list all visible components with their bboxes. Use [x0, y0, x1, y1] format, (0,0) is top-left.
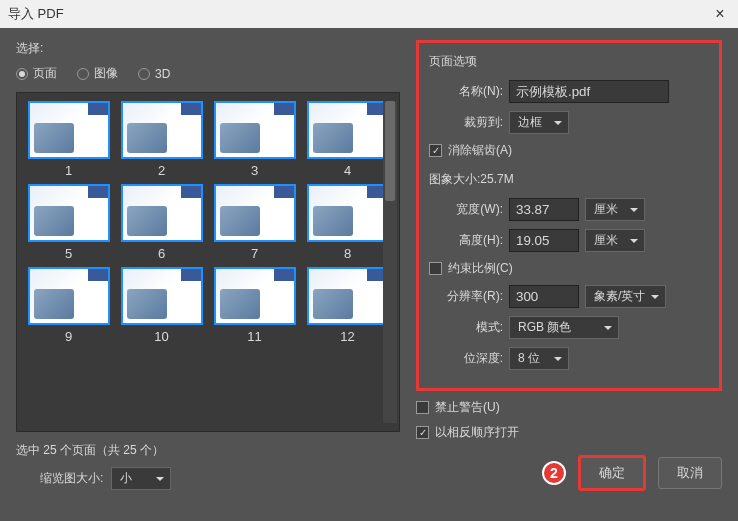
mode-value: RGB 颜色: [518, 320, 571, 334]
thumbnail-item[interactable]: 7: [211, 184, 298, 261]
mode-dropdown[interactable]: RGB 颜色: [509, 316, 619, 339]
thumbnail: [214, 101, 296, 159]
reverse-label: 以相反顺序打开: [435, 424, 519, 441]
constrain-label: 约束比例(C): [448, 260, 513, 277]
select-label: 选择:: [16, 40, 400, 57]
thumbnail-number: 10: [154, 329, 168, 344]
height-unit-dropdown[interactable]: 厘米: [585, 229, 645, 252]
thumbnail: [28, 101, 110, 159]
antialias-checkbox[interactable]: [429, 144, 442, 157]
thumbnail-item[interactable]: 11: [211, 267, 298, 344]
thumbnail: [214, 184, 296, 242]
radio-icon: [138, 68, 150, 80]
radio-3d[interactable]: 3D: [138, 65, 170, 82]
page-options-title: 页面选项: [429, 53, 709, 70]
resolution-input[interactable]: [509, 285, 579, 308]
thumbnail: [214, 267, 296, 325]
left-panel: 选择: 页面 图像 3D 123456789101112 选中 25 个页面（共…: [0, 28, 400, 521]
thumbnail: [28, 267, 110, 325]
page-options-box: 页面选项 名称(N): 裁剪到: 边框 消除锯齿(A) 图象大小:25.7M 宽…: [416, 40, 722, 391]
thumbnail-item[interactable]: 6: [118, 184, 205, 261]
ok-button[interactable]: 确定: [578, 455, 646, 491]
radio-group: 页面 图像 3D: [16, 65, 400, 82]
image-size-title: 图象大小:25.7M: [429, 171, 709, 188]
thumbnail-number: 12: [340, 329, 354, 344]
thumbnail-number: 7: [251, 246, 258, 261]
height-label: 高度(H):: [429, 232, 503, 249]
thumb-size-label: 缩览图大小:: [40, 470, 103, 487]
selection-count: 选中 25 个页面（共 25 个）: [16, 442, 400, 459]
suppress-label: 禁止警告(U): [435, 399, 500, 416]
thumbnail-number: 9: [65, 329, 72, 344]
resolution-label: 分辨率(R):: [429, 288, 503, 305]
radio-page-label: 页面: [33, 65, 57, 82]
reverse-checkbox[interactable]: [416, 426, 429, 439]
thumbnail-item[interactable]: 4: [304, 101, 391, 178]
bitdepth-dropdown[interactable]: 8 位: [509, 347, 569, 370]
thumbnail: [28, 184, 110, 242]
thumbnail-item[interactable]: 9: [25, 267, 112, 344]
scrollbar-thumb[interactable]: [385, 101, 395, 201]
thumbnail-container: 123456789101112: [16, 92, 400, 432]
thumbnail: [307, 184, 389, 242]
thumbnail-number: 8: [344, 246, 351, 261]
thumbnail-number: 5: [65, 246, 72, 261]
height-input[interactable]: [509, 229, 579, 252]
radio-page[interactable]: 页面: [16, 65, 57, 82]
thumbnail-item[interactable]: 2: [118, 101, 205, 178]
thumbnail-item[interactable]: 1: [25, 101, 112, 178]
right-panel: 1 页面选项 名称(N): 裁剪到: 边框 消除锯齿(A) 图象大小:25.7M: [400, 28, 738, 521]
crop-dropdown[interactable]: 边框: [509, 111, 569, 134]
radio-image[interactable]: 图像: [77, 65, 118, 82]
window-title: 导入 PDF: [8, 5, 710, 23]
name-input[interactable]: [509, 80, 669, 103]
mode-label: 模式:: [429, 319, 503, 336]
constrain-checkbox[interactable]: [429, 262, 442, 275]
annotation-badge-2: 2: [542, 461, 566, 485]
thumbnail: [307, 267, 389, 325]
thumbnail-number: 11: [247, 329, 261, 344]
resolution-unit-dropdown[interactable]: 象素/英寸: [585, 285, 666, 308]
antialias-label: 消除锯齿(A): [448, 142, 512, 159]
thumbnail-item[interactable]: 3: [211, 101, 298, 178]
crop-value: 边框: [518, 115, 542, 129]
resolution-unit: 象素/英寸: [594, 289, 645, 303]
width-unit: 厘米: [594, 202, 618, 216]
thumbnail: [121, 184, 203, 242]
width-label: 宽度(W):: [429, 201, 503, 218]
close-icon[interactable]: ×: [710, 4, 730, 24]
scrollbar[interactable]: [383, 101, 397, 423]
thumbnail-item[interactable]: 5: [25, 184, 112, 261]
radio-icon: [77, 68, 89, 80]
thumbnail-number: 4: [344, 163, 351, 178]
bitdepth-value: 8 位: [518, 351, 540, 365]
crop-label: 裁剪到:: [429, 114, 503, 131]
cancel-button[interactable]: 取消: [658, 457, 722, 489]
height-unit: 厘米: [594, 233, 618, 247]
thumbnail-item[interactable]: 8: [304, 184, 391, 261]
name-label: 名称(N):: [429, 83, 503, 100]
thumbnail-number: 6: [158, 246, 165, 261]
thumbnail: [121, 101, 203, 159]
suppress-checkbox[interactable]: [416, 401, 429, 414]
radio-3d-label: 3D: [155, 67, 170, 81]
thumbnail: [121, 267, 203, 325]
thumbnail-number: 3: [251, 163, 258, 178]
radio-icon: [16, 68, 28, 80]
thumb-size-dropdown[interactable]: 小: [111, 467, 171, 490]
thumbnail-number: 2: [158, 163, 165, 178]
bitdepth-label: 位深度:: [429, 350, 503, 367]
radio-image-label: 图像: [94, 65, 118, 82]
width-unit-dropdown[interactable]: 厘米: [585, 198, 645, 221]
titlebar: 导入 PDF ×: [0, 0, 738, 28]
thumbnail-number: 1: [65, 163, 72, 178]
thumb-size-value: 小: [120, 471, 132, 485]
thumbnail-item[interactable]: 12: [304, 267, 391, 344]
width-input[interactable]: [509, 198, 579, 221]
thumbnail: [307, 101, 389, 159]
thumbnail-item[interactable]: 10: [118, 267, 205, 344]
